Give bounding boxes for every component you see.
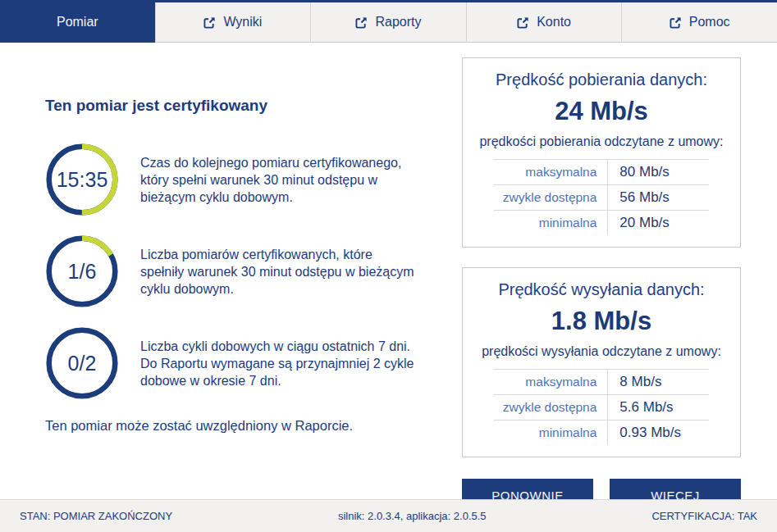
row-value: 0.93 Mb/s [608,421,709,446]
tab-konto[interactable]: Konto [466,2,622,43]
measurements-count: 1/6 [45,234,119,308]
row-label: zwykle dostępna [494,185,608,211]
upload-panel-title: Prędkość wysyłania danych: [463,280,740,299]
certification-status: CERTYFIKACJA: TAK [651,510,757,522]
table-row: maksymalna 8 Mb/s [494,370,709,395]
upload-contract-table: maksymalna 8 Mb/s zwykle dostępna 5.6 Mb… [494,369,709,445]
page-title: Ten pomiar jest certyfikowany [45,97,427,115]
row-label: maksymalna [494,370,608,395]
tab-label: Pomoc [689,15,730,30]
daily-cycles-row: 0/2 Liczba cykli dobowych w ciągu ostatn… [45,326,427,400]
cycles-description: Liczba cykli dobowych w ciągu ostatnich … [140,338,419,389]
speed-test-app: Pomiar Wyniki Raporty Konto Pomoc [0,0,777,532]
status-bar: STAN: POMIAR ZAKOŃCZONY silnik: 2.0.3.4,… [0,499,777,532]
external-link-icon [203,16,216,29]
measurement-state-status: STAN: POMIAR ZAKOŃCZONY [20,510,172,522]
report-inclusion-note: Ten pomiar może zostać uwzględniony w Ra… [45,418,427,434]
download-speed-value: 24 Mb/s [463,97,740,126]
table-row: zwykle dostępna 5.6 Mb/s [494,395,709,421]
cycles-ring: 0/2 [45,326,119,400]
cycles-count: 0/2 [45,326,119,400]
row-value: 56 Mb/s [608,185,709,211]
certified-measurements-row: 1/6 Liczba pomiarów certyfikowanych, któ… [45,234,427,308]
row-value: 20 Mb/s [608,211,709,236]
download-contract-subtitle: prędkości pobierania odczytane z umowy: [463,134,740,149]
time-to-next-measurement-row: 15:35 Czas do kolejnego pomiaru certyfik… [45,143,427,216]
countdown-value: 15:35 [45,143,119,216]
tab-pomoc[interactable]: Pomoc [621,2,777,43]
tab-label: Pomiar [57,15,98,30]
measurements-ring: 1/6 [45,234,119,308]
row-value: 5.6 Mb/s [608,395,709,421]
external-link-icon [355,16,368,29]
version-info: silnik: 2.0.3.4, aplikacja: 2.0.5.5 [338,510,487,522]
table-row: minimalna 20 Mb/s [494,211,709,236]
upload-speed-value: 1.8 Mb/s [463,307,740,336]
table-row: zwykle dostępna 56 Mb/s [494,185,709,211]
download-contract-table: maksymalna 80 Mb/s zwykle dostępna 56 Mb… [494,159,709,235]
row-value: 8 Mb/s [608,370,709,395]
upload-contract-subtitle: prędkości wysyłania odczytane z umowy: [463,344,740,359]
table-row: maksymalna 80 Mb/s [494,160,709,185]
row-label: minimalna [494,211,608,236]
upload-speed-panel: Prędkość wysyłania danych: 1.8 Mb/s pręd… [462,267,741,457]
external-link-icon [517,16,529,29]
tab-label: Raporty [375,15,421,30]
tab-bar: Pomiar Wyniki Raporty Konto Pomoc [0,0,777,43]
row-value: 80 Mb/s [608,160,709,185]
tab-pomiar[interactable]: Pomiar [0,2,155,43]
countdown-ring: 15:35 [45,143,119,216]
row-label: zwykle dostępna [494,395,608,421]
table-row: minimalna 0.93 Mb/s [494,421,709,446]
tab-label: Wyniki [223,15,262,30]
certification-status-section: Ten pomiar jest certyfikowany 15:35 Czas… [45,97,427,434]
download-speed-panel: Prędkość pobierania danych: 24 Mb/s pręd… [462,57,741,248]
measurements-description: Liczba pomiarów certyfikowanych, które s… [140,246,419,298]
progress-rings: 15:35 Czas do kolejnego pomiaru certyfik… [45,143,427,400]
external-link-icon [670,16,682,29]
countdown-description: Czas do kolejnego pomiaru certyfikowaneg… [140,154,419,206]
tab-label: Konto [537,15,571,30]
tab-raporty[interactable]: Raporty [310,2,466,43]
row-label: maksymalna [494,160,608,185]
download-panel-title: Prędkość pobierania danych: [463,70,740,89]
tab-wyniki[interactable]: Wyniki [155,2,311,43]
speed-results-column: Prędkość pobierania danych: 24 Mb/s pręd… [462,57,741,512]
row-label: minimalna [494,421,608,446]
